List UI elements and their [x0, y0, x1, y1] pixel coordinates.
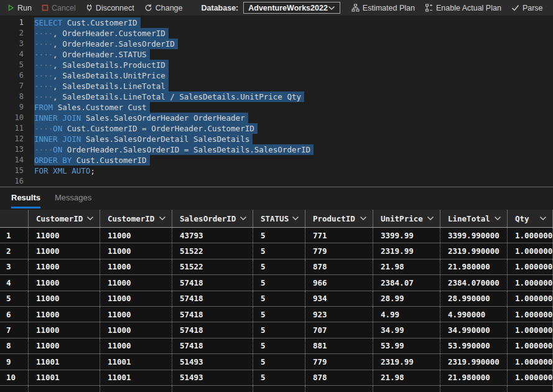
column-header-unitprice-5[interactable]: UnitPrice [373, 210, 440, 227]
row-number-cell[interactable]: 2 [0, 243, 29, 258]
code-line[interactable]: 4····, OrderHeader.STATUS [0, 49, 553, 60]
row-number-cell[interactable]: 5 [0, 291, 29, 306]
column-header-qty-7[interactable]: Qty [508, 210, 553, 227]
line-number[interactable]: 6 [0, 70, 27, 81]
column-filter-chevron-icon[interactable] [159, 216, 166, 221]
table-cell[interactable]: 4.99 [373, 307, 440, 322]
table-cell[interactable]: 57418 [172, 338, 253, 353]
table-cell[interactable]: 11000 [29, 275, 100, 290]
table-cell[interactable]: 53.99 [373, 338, 440, 353]
column-header-customerid-0[interactable]: CustomerID [29, 210, 100, 227]
estimated-plan-button[interactable]: Estimated Plan [351, 4, 415, 12]
row-number-cell[interactable]: 4 [0, 275, 29, 290]
code-line[interactable]: 3····, OrderHeader.SalesOrderID [0, 39, 553, 49]
table-cell[interactable]: 11001 [100, 370, 172, 385]
line-number[interactable]: 5 [0, 60, 27, 70]
line-number[interactable]: 15 [0, 166, 27, 176]
code-line[interactable]: 9FROM Sales.Customer Cust [0, 102, 553, 113]
column-filter-chevron-icon[interactable] [539, 216, 547, 221]
table-cell[interactable]: 2384.07 [373, 275, 440, 290]
line-number[interactable]: 14 [0, 155, 27, 166]
change-connection-button[interactable]: Change [144, 4, 183, 12]
table-cell[interactable]: 11001 [29, 370, 100, 385]
table-cell[interactable]: 11000 [100, 291, 172, 306]
table-cell[interactable]: 21.98 [373, 259, 440, 274]
table-cell[interactable]: 2319.99 [373, 354, 440, 369]
table-cell[interactable]: 34.99 [373, 322, 440, 337]
table-cell[interactable]: 51522 [172, 259, 253, 274]
column-filter-chevron-icon[interactable] [360, 216, 367, 221]
column-header-linetotal-6[interactable]: LineTotal [440, 210, 508, 227]
table-cell[interactable]: 771 [305, 228, 373, 243]
table-cell[interactable]: 1.000000 [508, 275, 553, 290]
table-cell[interactable]: 1.000000 [508, 370, 553, 385]
table-cell[interactable]: 878 [305, 370, 373, 385]
table-cell[interactable]: 11000 [100, 338, 172, 353]
row-number-cell[interactable]: 8 [0, 338, 29, 353]
column-filter-chevron-icon[interactable] [494, 216, 501, 221]
table-cell[interactable]: 934 [305, 291, 373, 306]
line-number[interactable]: 12 [0, 134, 27, 144]
table-cell[interactable]: 11000 [29, 243, 100, 258]
column-filter-chevron-icon[interactable] [86, 216, 94, 221]
column-header-customerid-1[interactable]: CustomerID [100, 210, 172, 227]
table-cell[interactable]: 51522 [172, 243, 253, 258]
code-line[interactable]: 14ORDER BY Cust.CustomerID [0, 155, 553, 166]
table-cell[interactable]: 21.98 [373, 370, 440, 385]
table-cell[interactable]: 5 [253, 354, 305, 369]
run-button[interactable]: Run [7, 4, 32, 12]
table-cell[interactable]: 11000 [100, 322, 172, 337]
database-select[interactable]: AdventureWorks2022 [243, 2, 340, 14]
line-number[interactable]: 4 [0, 49, 27, 60]
line-number[interactable]: 2 [0, 28, 27, 39]
table-cell[interactable]: 11000 [29, 338, 100, 353]
table-cell[interactable]: 11001 [29, 354, 100, 369]
row-number-cell[interactable]: 3 [0, 259, 29, 274]
tab-results[interactable]: Results [11, 193, 40, 202]
table-cell[interactable]: 11000 [29, 307, 100, 322]
table-cell[interactable]: 1.000000 [508, 291, 553, 306]
table-cell[interactable]: 923 [305, 307, 373, 322]
disconnect-button[interactable]: Disconnect [86, 4, 134, 12]
code-line[interactable]: 8····, SalesDetails.LineTotal / SalesDet… [0, 91, 553, 102]
table-cell[interactable]: 57418 [172, 275, 253, 290]
table-cell[interactable]: 43793 [172, 228, 253, 243]
table-cell[interactable]: 1.000000 [508, 228, 553, 243]
table-cell[interactable]: 878 [305, 259, 373, 274]
table-cell[interactable]: 707 [305, 322, 373, 337]
code-line[interactable]: 10INNER JOIN Sales.SalesOrderHeader Orde… [0, 113, 553, 123]
table-cell[interactable]: 2319.99 [373, 243, 440, 258]
row-number-cell[interactable]: 1 [0, 228, 29, 243]
line-number[interactable]: 3 [0, 39, 27, 49]
table-cell[interactable]: 28.99 [373, 291, 440, 306]
code-line[interactable]: 15FOR XML AUTO; [0, 166, 553, 176]
line-number[interactable]: 9 [0, 102, 27, 113]
code-line[interactable]: 6····, SalesDetails.UnitPrice [0, 70, 553, 81]
tab-messages[interactable]: Messages [55, 193, 91, 202]
column-filter-chevron-icon[interactable] [427, 216, 434, 221]
table-cell[interactable]: 5 [253, 243, 305, 258]
cancel-button[interactable]: Cancel [42, 4, 76, 12]
table-cell[interactable]: 11000 [29, 291, 100, 306]
line-number[interactable]: 16 [0, 176, 27, 187]
table-cell[interactable]: 34.990000 [440, 322, 508, 337]
column-filter-chevron-icon[interactable] [239, 216, 247, 221]
column-filter-chevron-icon[interactable] [292, 216, 299, 221]
table-cell[interactable]: 51493 [172, 370, 253, 385]
table-cell[interactable]: 11000 [29, 259, 100, 274]
line-number[interactable]: 7 [0, 81, 27, 91]
row-number-cell[interactable]: 10 [0, 370, 29, 385]
table-cell[interactable]: 3399.990000 [440, 228, 508, 243]
table-cell[interactable]: 11000 [100, 228, 172, 243]
table-cell[interactable]: 21.980000 [440, 370, 508, 385]
code-line[interactable]: 1SELECT Cust.CustomerID [0, 17, 553, 28]
table-cell[interactable]: 2319.990000 [440, 243, 508, 258]
table-cell[interactable]: 28.990000 [440, 291, 508, 306]
table-cell[interactable]: 2319.990000 [440, 354, 508, 369]
table-cell[interactable]: 881 [305, 338, 373, 353]
code-line[interactable]: 13····ON OrderHeader.SalesOrderID = Sale… [0, 144, 553, 155]
code-line[interactable]: 12INNER JOIN Sales.SalesOrderDetail Sale… [0, 134, 553, 144]
code-line[interactable]: 16 [0, 176, 553, 187]
table-cell[interactable]: 1.000000 [508, 338, 553, 353]
column-header-salesorderid-2[interactable]: SalesOrderID [172, 210, 253, 227]
